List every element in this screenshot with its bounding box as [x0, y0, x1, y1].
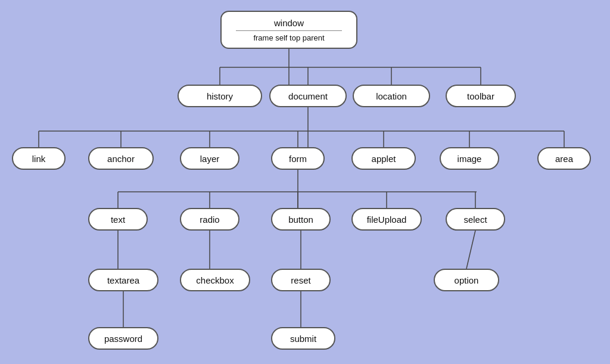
node-applet: applet — [351, 147, 416, 170]
node-fileupload: fileUpload — [351, 208, 422, 231]
node-submit: submit — [271, 327, 335, 350]
node-location: location — [353, 85, 430, 107]
node-anchor: anchor — [88, 147, 154, 170]
node-history: history — [178, 85, 262, 107]
node-document: document — [269, 85, 347, 107]
node-toolbar: toolbar — [446, 85, 516, 107]
node-form: form — [271, 147, 325, 170]
node-checkbox: checkbox — [180, 269, 250, 291]
node-text: text — [88, 208, 148, 231]
node-image: image — [440, 147, 499, 170]
node-textarea: textarea — [88, 269, 158, 291]
diagram: window frame self top parent history doc… — [0, 0, 610, 364]
node-link: link — [12, 147, 66, 170]
node-password: password — [88, 327, 158, 350]
node-select: select — [446, 208, 505, 231]
node-area: area — [537, 147, 591, 170]
node-option: option — [434, 269, 499, 291]
node-layer: layer — [180, 147, 239, 170]
connector-lines — [0, 0, 610, 364]
node-window: window frame self top parent — [220, 11, 357, 49]
svg-line-27 — [466, 231, 475, 269]
node-radio: radio — [180, 208, 239, 231]
node-reset: reset — [271, 269, 331, 291]
node-button: button — [271, 208, 331, 231]
node-window-label: window — [274, 18, 304, 28]
node-window-subtext: frame self top parent — [253, 33, 324, 42]
